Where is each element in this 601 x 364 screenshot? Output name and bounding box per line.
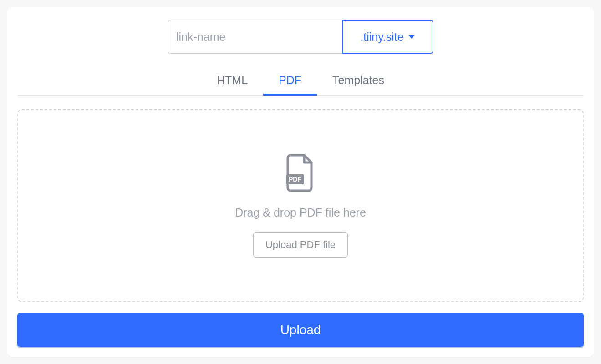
file-dropzone[interactable]: PDF Drag & drop PDF file here Upload PDF… [17,109,584,302]
submit-upload-button[interactable]: Upload [17,313,584,347]
svg-text:PDF: PDF [289,176,301,183]
tabs: HTML PDF Templates [17,66,584,96]
url-row: .tiiny.site [17,20,584,54]
link-name-input[interactable] [168,20,342,54]
url-input-group: .tiiny.site [168,20,433,54]
upload-card: .tiiny.site HTML PDF Templates PDF Drag … [7,7,594,357]
tab-templates[interactable]: Templates [317,66,400,95]
domain-label: .tiiny.site [360,30,403,44]
tab-html[interactable]: HTML [201,66,263,95]
chevron-down-icon [408,35,415,39]
upload-file-button[interactable]: Upload PDF file [253,232,348,258]
dropzone-instruction: Drag & drop PDF file here [235,206,366,219]
pdf-file-icon: PDF [284,154,317,193]
domain-dropdown[interactable]: .tiiny.site [342,20,433,54]
tab-pdf[interactable]: PDF [263,66,317,95]
